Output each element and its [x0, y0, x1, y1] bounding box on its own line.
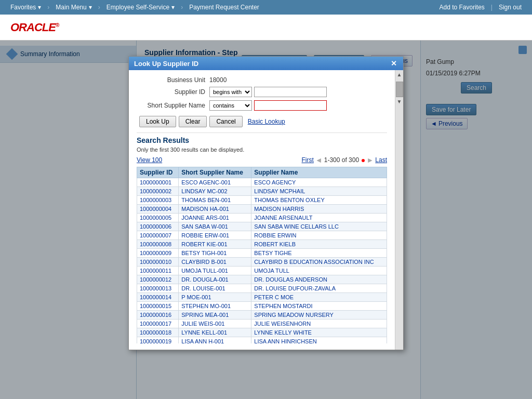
result-cell-link[interactable]: 1000000002 — [140, 188, 171, 194]
result-cell-link[interactable]: P MOE-001 — [181, 294, 211, 300]
result-cell-link[interactable]: 1000000001 — [140, 179, 171, 185]
modal-business-unit-row: Business Unit 18000 — [137, 76, 387, 84]
result-cell-link[interactable]: LYNNE KELL-001 — [181, 329, 227, 336]
result-cell-link[interactable]: ROBBIE ERWIN — [254, 232, 296, 238]
oracle-logo: ORACLE® — [10, 21, 59, 34]
modal-inner: Business Unit 18000 Supplier ID begins w… — [129, 70, 403, 350]
nav-favorites[interactable]: Favorites ▾ — [5, 2, 46, 13]
result-cell-link[interactable]: 1000000004 — [140, 206, 171, 212]
nav-prev-arrow[interactable]: ◄ — [314, 156, 324, 164]
modal-close-button[interactable]: ✕ — [390, 59, 398, 68]
result-cell-link[interactable]: CLAYBIRD B EDUCATION ASSOCIATION INC — [254, 259, 374, 265]
result-cell-link[interactable]: LISA ANN HINRICHSEN — [254, 338, 316, 343]
col-short-name: Short Supplier Name — [179, 167, 251, 178]
result-cell-link[interactable]: LYNNE KELLY WHITE — [254, 329, 312, 336]
result-cell-link[interactable]: 1000000012 — [140, 276, 171, 283]
result-cell-link[interactable]: ROBERT KIELB — [254, 241, 296, 247]
result-cell-link[interactable]: UMOJA TULL — [254, 268, 289, 274]
scroll-up-arrow[interactable]: ▲ — [397, 70, 402, 79]
result-cell-link[interactable]: 1000000008 — [140, 241, 171, 247]
result-cell-link[interactable]: LINDSAY MC-002 — [181, 188, 227, 194]
table-row: 1000000011UMOJA TULL-001UMOJA TULL — [137, 267, 387, 275]
result-cell-link[interactable]: ROBBIE ERW-001 — [181, 232, 229, 238]
table-row: 1000000014P MOE-001PETER C MOE — [137, 293, 387, 302]
short-name-modal-input[interactable] — [254, 100, 327, 111]
nav-next-arrow[interactable]: ► — [365, 156, 375, 164]
result-cell-link[interactable]: MADISON HA-001 — [181, 206, 229, 212]
results-scroll-area[interactable]: Supplier ID Short Supplier Name Supplier… — [137, 167, 387, 343]
result-cell-link[interactable]: CLAYBIRD B-001 — [181, 259, 227, 265]
table-row: 1000000001ESCO AGENC-001ESCO AGENCY — [137, 178, 387, 187]
result-cell-link[interactable]: ESCO AGENCY — [254, 179, 296, 185]
clear-button[interactable]: Clear — [179, 116, 207, 127]
result-cell-link[interactable]: DR. LOUISE DUFOUR-ZAVALA — [254, 285, 336, 291]
table-row: 1000000017JULIE WEIS-001JULIE WEISENHORN — [137, 320, 387, 328]
table-row: 1000000013DR. LOUISE-001DR. LOUISE DUFOU… — [137, 284, 387, 293]
result-cell-link[interactable]: ESCO AGENC-001 — [181, 179, 231, 185]
result-cell-link[interactable]: DR. DOUGLAS ANDERSON — [254, 276, 327, 283]
nav-last[interactable]: Last — [375, 156, 387, 164]
result-cell-link[interactable]: UMOJA TULL-001 — [181, 268, 228, 274]
result-cell-link[interactable]: 1000000011 — [140, 268, 171, 274]
nav-range: 1-300 of 300 — [324, 156, 365, 164]
nav-employee-self-service[interactable]: Employee Self-Service ▾ — [101, 2, 180, 13]
result-cell-link[interactable]: STEPHEN MO-001 — [181, 303, 231, 309]
supplier-id-modal-input[interactable] — [254, 87, 327, 97]
result-cell-link[interactable]: 1000000010 — [140, 259, 171, 265]
result-cell-link[interactable]: 1000000016 — [140, 312, 171, 318]
nav-add-to-favorites[interactable]: Add to Favorites — [434, 2, 489, 13]
table-row: 1000000008ROBERT KIE-001ROBERT KIELB — [137, 240, 387, 249]
basic-lookup-link[interactable]: Basic Lookup — [248, 118, 285, 125]
nav-main-menu[interactable]: Main Menu ▾ — [50, 2, 97, 13]
result-cell-link[interactable]: JOANNE ARSENAULT — [254, 215, 312, 221]
result-cell-link[interactable]: BETSY TIGHE — [254, 250, 291, 256]
result-cell-link[interactable]: DR. LOUISE-001 — [181, 285, 225, 291]
modal-content: Business Unit 18000 Supplier ID begins w… — [129, 70, 395, 350]
results-nav: View 100 First ◄ 1-300 of 300 ► Last — [137, 156, 387, 164]
result-cell-link[interactable]: JULIE WEIS-001 — [181, 321, 224, 327]
result-cell-link[interactable]: MADISON HARRIS — [254, 206, 304, 212]
result-cell-link[interactable]: 1000000017 — [140, 321, 171, 327]
result-cell-link[interactable]: 1000000013 — [140, 285, 171, 291]
top-nav-right: Add to Favorites | Sign out — [434, 2, 527, 13]
result-cell-link[interactable]: JOANNE ARS-001 — [181, 215, 229, 221]
result-cell-link[interactable]: SAN SABA W-001 — [181, 223, 228, 230]
result-cell-link[interactable]: LISA ANN H-001 — [181, 338, 224, 343]
result-cell-link[interactable]: SPRING MEA-001 — [181, 312, 229, 318]
view-100-link[interactable]: View 100 — [137, 156, 162, 164]
result-cell-link[interactable]: 1000000006 — [140, 223, 171, 230]
result-cell-link[interactable]: PETER C MOE — [254, 294, 294, 300]
nav-first[interactable]: First — [302, 156, 314, 164]
result-cell-link[interactable]: 1000000015 — [140, 303, 171, 309]
result-cell-link[interactable]: THOMAS BENTON OXLEY — [254, 197, 325, 203]
result-cell-link[interactable]: SPRING MEADOW NURSERY — [254, 312, 334, 318]
result-cell-link[interactable]: 1000000018 — [140, 329, 171, 336]
col-supplier-id: Supplier ID — [137, 167, 179, 178]
lookup-modal: Look Up Supplier ID ✕ Business Unit 1800… — [128, 56, 404, 350]
result-cell-link[interactable]: STEPHEN MOSTARDI — [254, 303, 312, 309]
nav-sign-out[interactable]: Sign out — [494, 2, 527, 13]
short-name-operator-select[interactable]: contains begins with ends with = not = — [209, 100, 252, 111]
supplier-id-operator-select[interactable]: begins with contains ends with = not = — [209, 87, 252, 97]
scroll-down-arrow[interactable]: ▼ — [397, 97, 402, 106]
result-cell-link[interactable]: 1000000007 — [140, 232, 171, 238]
modal-scrollbar[interactable]: ▲ ▼ — [395, 70, 403, 350]
nav-payment-request-center[interactable]: Payment Request Center — [184, 2, 264, 13]
result-cell-link[interactable]: ROBERT KIE-001 — [181, 241, 227, 247]
result-cell-link[interactable]: JULIE WEISENHORN — [254, 321, 311, 327]
table-row: 1000000018LYNNE KELL-001LYNNE KELLY WHIT… — [137, 328, 387, 337]
table-row: 1000000016SPRING MEA-001SPRING MEADOW NU… — [137, 311, 387, 320]
lookup-button[interactable]: Look Up — [139, 116, 176, 127]
result-cell-link[interactable]: 1000000005 — [140, 215, 171, 221]
result-cell-link[interactable]: 1000000019 — [140, 338, 171, 343]
result-cell-link[interactable]: SAN SABA WINE CELLARS LLC — [254, 223, 339, 230]
result-cell-link[interactable]: BETSY TIGH-001 — [181, 250, 227, 256]
result-cell-link[interactable]: 1000000003 — [140, 197, 171, 203]
result-cell-link[interactable]: 1000000009 — [140, 250, 171, 256]
result-cell-link[interactable]: DR. DOUGLA-001 — [181, 276, 228, 283]
result-cell-link[interactable]: THOMAS BEN-001 — [181, 197, 231, 203]
result-cell-link[interactable]: LINDSAY MCPHAIL — [254, 188, 305, 194]
result-cell-link[interactable]: 1000000014 — [140, 294, 171, 300]
cancel-button[interactable]: Cancel — [209, 116, 242, 127]
scroll-thumb[interactable] — [396, 82, 403, 97]
